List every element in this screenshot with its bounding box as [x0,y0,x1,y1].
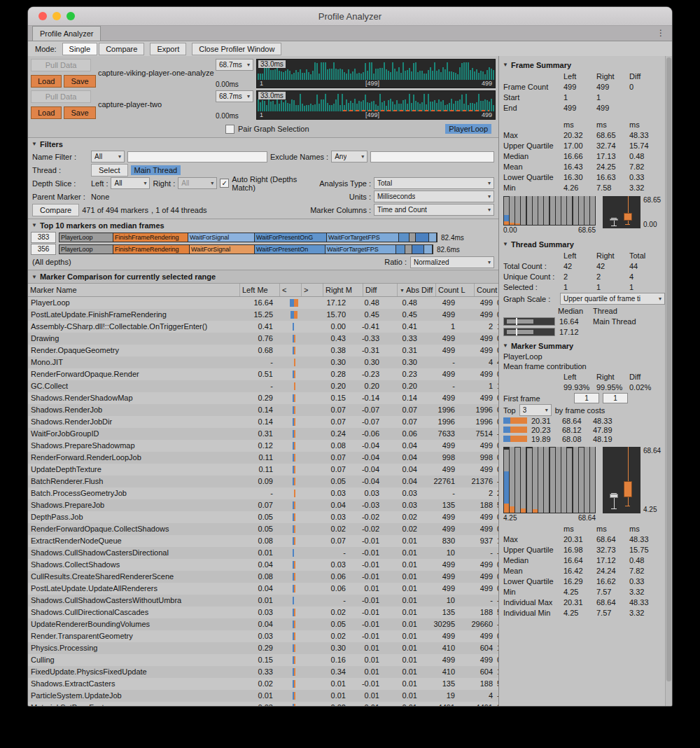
title-bar[interactable]: Profile Analyzer [28,7,672,26]
zoom-window-button[interactable] [66,12,75,20]
marker-segment[interactable]: WaitForTargetFPS [327,233,398,242]
close-profiler-window-button[interactable]: Close Profiler Window [192,43,281,55]
marker-segment-small[interactable] [429,233,436,242]
marker-segment-small[interactable] [399,233,409,242]
table-row[interactable]: Mono.JIT-0.300.300.30-44 [28,356,498,368]
column-header-4[interactable]: Right M [323,284,363,296]
marker-segment[interactable]: WaitForSignal [190,245,254,254]
depth-left-dropdown[interactable]: All ▾ [111,177,150,189]
column-header-7[interactable]: Count L [436,284,475,296]
table-row[interactable]: PlayerLoop16.6417.120.480.484994990 [28,297,498,309]
column-header-1[interactable]: Left Me [240,284,280,296]
exclude-names-dropdown[interactable]: Any ▾ [331,151,368,162]
table-row[interactable]: Drawing0.760.43-0.330.334994990 [28,333,498,345]
compare-button[interactable]: Compare [32,204,79,216]
mode-compare-button[interactable]: Compare [99,43,144,55]
table-row[interactable]: Shadows.CullDirectionalCascades0.030.02-… [28,607,498,618]
frame-number-button[interactable]: 356 [31,244,56,255]
marker-segment[interactable]: WaitForSignal [188,233,254,242]
column-header-3[interactable]: > [302,284,323,296]
table-row[interactable]: Batch.ProcessGeometryJob-0.030.030.03-22 [28,487,498,499]
table-row[interactable]: PostLateUpdate.FinishFrameRendering15.25… [28,309,498,321]
export-button[interactable]: Export [150,43,186,55]
column-header-6[interactable]: ▼Abs Diff [398,284,436,296]
table-row[interactable]: Shadows.CollectShadows0.040.03-0.010.014… [28,559,498,571]
table-row[interactable]: RenderForward.RenderLoopJob0.110.07-0.04… [28,452,498,464]
marker-segment[interactable]: FinishFrameRendering [113,233,188,242]
first-frame-right-button[interactable]: 1 [603,393,628,403]
table-row[interactable]: UpdateRendererBoundingVolumes0.040.05-0.… [28,618,498,630]
frame-time-graph-right[interactable]: 33.0ms 1 [499] 499 [256,90,496,120]
table-row[interactable]: ParticleSystem.UpdateJob0.010.010.010.01… [28,690,498,702]
foldout-icon[interactable]: ▼ [31,274,37,280]
range-dropdown[interactable]: 68.7ms ▾ [216,90,253,102]
table-row[interactable]: Shadows.RenderJobDir0.140.07-0.070.07199… [28,416,498,428]
table-row[interactable]: Shadows.PrepareShadowmap0.120.08-0.040.0… [28,440,498,452]
column-header-5[interactable]: Diff [363,284,398,296]
table-row[interactable]: Render.OpaqueGeometry0.680.38-0.310.3149… [28,345,498,356]
column-header-2[interactable]: < [280,284,302,296]
marker-segment[interactable]: WaitForTargetFPS [326,245,396,254]
marker-segment-small[interactable] [405,245,412,254]
graph-scale-dropdown[interactable]: Upper quartile of frame ti ▾ [560,293,665,305]
marker-columns-dropdown[interactable]: Time and Count ▾ [374,204,494,216]
pull-data-button[interactable]: Pull Data [31,59,91,71]
foldout-icon[interactable]: ▼ [503,62,508,68]
table-row[interactable]: Culling0.150.160.010.014994990 [28,654,498,666]
scrollbar-thumb[interactable] [666,57,671,681]
table-row[interactable]: RenderForwardOpaque.Render0.510.28-0.230… [28,368,498,380]
load-button[interactable]: Load [31,75,62,88]
exclude-names-input[interactable] [370,151,494,162]
units-dropdown[interactable]: Milliseconds ▾ [374,191,494,202]
close-window-button[interactable] [38,12,47,20]
table-row[interactable]: PostLateUpdate.UpdateAllRenderers0.040.0… [28,583,498,595]
marker-segment-small[interactable] [410,233,415,242]
marker-time-boxplot[interactable] [603,447,640,513]
marker-segment[interactable]: WaitForPresentOn [255,245,325,254]
range-dropdown[interactable]: 68.7ms ▾ [216,59,253,71]
top-n-dropdown[interactable]: 3 ▾ [519,404,552,416]
table-row[interactable]: BatchRenderer.Flush0.090.05-0.040.042276… [28,476,498,487]
table-row[interactable]: DepthPass.Job0.050.03-0.020.024994990 [28,511,498,523]
ratio-dropdown[interactable]: Normalized ▾ [410,256,494,268]
frame-time-boxplot[interactable] [603,196,640,228]
table-row[interactable]: CullResults.CreateSharedRendererScene0.0… [28,571,498,583]
foldout-icon[interactable]: ▼ [31,141,37,147]
table-row[interactable]: Shadows.ExtractCasters0.020.01-0.010.011… [28,678,498,690]
save-button[interactable]: Save [64,75,95,88]
depth-right-dropdown[interactable]: All ▾ [178,177,217,189]
column-header-marker-name[interactable]: Marker Name [28,284,240,296]
marker-segment-small[interactable] [396,245,405,254]
table-row[interactable]: Shadows.CullShadowCastersDirectional0.01… [28,547,498,559]
load-button[interactable]: Load [31,106,62,119]
table-row[interactable]: Shadows.RenderJob0.140.07-0.070.07199619… [28,404,498,416]
pair-graph-selection-checkbox[interactable] [225,125,234,134]
analysis-type-dropdown[interactable]: Total ▾ [374,177,494,189]
kebab-menu-icon[interactable]: ⋮ [657,28,665,38]
top-frame-cost-row[interactable]: 19.8968.0848.19 [499,434,665,443]
marker-segment[interactable]: WaitForPresentOnG [255,233,326,242]
top-frame-cost-row[interactable]: 20.3168.6448.33 [499,416,665,425]
top-frame-cost-row[interactable]: 20.2368.1247.89 [499,425,665,434]
frame-number-button[interactable]: 383 [31,232,56,243]
table-row[interactable]: Shadows.PrepareJob0.070.04-0.030.0313518… [28,499,498,511]
name-filter-input[interactable] [127,151,267,162]
marker-segment-small[interactable] [416,233,428,242]
table-row[interactable]: Physics.Processing0.290.300.010.01410604… [28,642,498,654]
thread-select-button[interactable]: Select [91,164,128,176]
marker-segment[interactable]: FinishFrameRendering [113,245,189,254]
marker-time-histogram[interactable] [503,447,596,513]
column-header-8[interactable]: Count R [475,284,499,296]
tab-profile-analyzer[interactable]: Profile Analyzer [32,26,101,41]
table-row[interactable]: Shadows.CullShadowCastersWithoutUmbra0.0… [28,595,498,607]
table-row[interactable]: GC.Collect-0.200.200.20-11 [28,380,498,392]
table-row[interactable]: UpdateDepthTexture0.110.07-0.040.0449949… [28,464,498,476]
table-row[interactable]: RenderForwardOpaque.CollectShadows0.050.… [28,523,498,535]
auto-right-checkbox[interactable]: ✓ [220,179,229,188]
selected-marker-chip[interactable]: PlayerLoop [445,124,491,134]
table-row[interactable]: Shadows.RenderShadowMap0.290.15-0.140.14… [28,392,498,404]
frame-time-graph-left[interactable]: 33.0ms 1 [499] 499 [256,59,496,88]
table-row[interactable]: ExtractRenderNodeQueue0.080.07-0.010.018… [28,535,498,547]
thread-row[interactable]: 16.64Main Thread [499,316,665,326]
sidebar-scrollbar[interactable] [665,56,672,706]
